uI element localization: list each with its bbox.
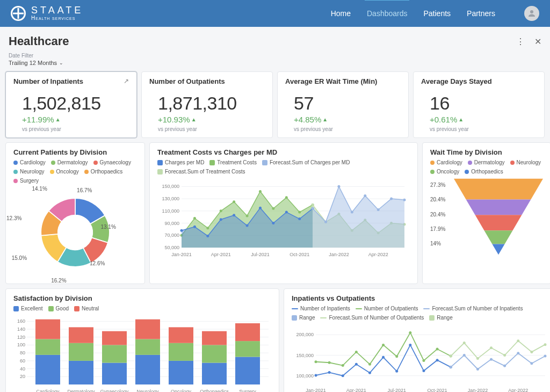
- svg-point-44: [259, 207, 262, 209]
- user-icon: [527, 9, 537, 18]
- svg-point-132: [422, 359, 425, 362]
- expand-icon[interactable]: ↗: [124, 77, 129, 85]
- svg-point-127: [355, 351, 358, 353]
- svg-text:150,000: 150,000: [162, 184, 179, 189]
- card-wait-time-by-division: Wait Time by Division CardiologyDermatol…: [422, 142, 550, 284]
- svg-point-117: [368, 372, 371, 374]
- kpi-delta: +4.85%▲: [285, 115, 401, 124]
- legend: CardiologyDermatologyGynaecologyNeurolog…: [13, 159, 137, 184]
- brand-subtitle: Health services: [31, 16, 83, 21]
- svg-point-47: [298, 217, 301, 220]
- svg-text:Oct-2021: Oct-2021: [290, 252, 309, 257]
- stacked-bar-chart: 16014012010080604020CardiologyDermatolog…: [13, 315, 271, 392]
- svg-text:140: 140: [17, 326, 25, 332]
- svg-text:50,000: 50,000: [164, 245, 179, 250]
- funnel-labels: 27.3%20.4%20.4%17.9%14%: [430, 178, 450, 258]
- date-filter-value: Trailing 12 Months: [9, 60, 57, 66]
- svg-point-46: [285, 211, 288, 214]
- user-avatar[interactable]: [524, 6, 539, 21]
- svg-text:Apr-2022: Apr-2022: [508, 388, 528, 392]
- brand-name: STAATE: [31, 5, 83, 16]
- svg-text:20: 20: [20, 374, 25, 379]
- svg-point-146: [490, 346, 493, 349]
- kpi-title: Number of Inpatients: [13, 77, 83, 85]
- logo: STAATE Health services: [11, 5, 83, 21]
- svg-rect-94: [202, 345, 227, 362]
- svg-point-42: [233, 214, 235, 216]
- kpi-subtitle: vs previous year: [421, 126, 537, 132]
- svg-point-51: [337, 185, 340, 188]
- logo-icon: [11, 6, 26, 21]
- svg-point-142: [544, 355, 547, 358]
- kpi-value: 16: [421, 89, 537, 115]
- svg-text:Apr-2021: Apr-2021: [211, 252, 231, 257]
- date-filter-label: Date Filter: [5, 53, 545, 59]
- svg-text:80: 80: [20, 350, 25, 355]
- svg-point-21: [206, 227, 209, 229]
- svg-point-28: [298, 211, 301, 214]
- svg-text:Jan-2021: Jan-2021: [171, 252, 192, 257]
- svg-text:Cardiology: Cardiology: [36, 389, 60, 392]
- svg-text:Oncology: Oncology: [171, 389, 192, 392]
- svg-point-49: [312, 207, 314, 210]
- svg-point-125: [328, 361, 331, 364]
- nav-dashboards[interactable]: Dashboards: [367, 1, 408, 26]
- svg-point-52: [351, 211, 353, 214]
- svg-point-55: [390, 198, 393, 200]
- svg-point-45: [272, 222, 274, 224]
- svg-rect-87: [135, 320, 160, 339]
- svg-point-126: [342, 364, 344, 367]
- svg-point-140: [517, 352, 519, 354]
- svg-text:Orthopaedics: Orthopaedics: [200, 389, 229, 392]
- svg-point-25: [259, 190, 262, 193]
- card-satisfaction: Satisfaction by Division ExcellentGoodNe…: [5, 288, 279, 392]
- svg-text:Neurology: Neurology: [136, 389, 159, 392]
- svg-point-24: [246, 214, 249, 217]
- nav-home[interactable]: Home: [331, 1, 351, 26]
- kpi-inpatients[interactable]: Number of Inpatients↗ 1,502,815 +11.99%▲…: [5, 71, 137, 138]
- svg-text:Jan-2022: Jan-2022: [329, 252, 349, 257]
- middle-row: Current Patients by Division CardiologyD…: [5, 142, 545, 284]
- svg-point-23: [233, 200, 235, 203]
- svg-rect-79: [69, 327, 93, 343]
- card-costs-vs-charges: Treatment Costs vs Charges per MD Charge…: [149, 142, 418, 284]
- kpi-subtitle: vs previous year: [13, 126, 129, 132]
- svg-rect-97: [235, 357, 260, 384]
- legend: Number of InpatientsNumber of Outpatient…: [292, 306, 549, 321]
- svg-text:40: 40: [20, 366, 25, 372]
- svg-rect-99: [235, 323, 260, 341]
- svg-point-56: [403, 199, 406, 201]
- svg-rect-81: [102, 363, 127, 384]
- page-body: Healthcare ⋮ ✕ Date Filter Trailing 12 M…: [0, 27, 550, 392]
- nav-patients[interactable]: Patients: [423, 1, 451, 26]
- kpi-subtitle: vs previous year: [285, 126, 401, 132]
- kpi-er-wait[interactable]: Average ER Wait Time (Min) 57 +4.85%▲ vs…: [277, 71, 409, 138]
- svg-point-149: [530, 351, 533, 353]
- card-title: Satisfaction by Division: [13, 294, 271, 302]
- svg-point-135: [450, 366, 452, 368]
- svg-text:Apr-2021: Apr-2021: [346, 388, 366, 392]
- svg-rect-74: [35, 339, 60, 354]
- date-filter[interactable]: Trailing 12 Months ⌄: [5, 59, 545, 71]
- kpi-title: Number of Outpatients: [149, 77, 225, 85]
- kpi-outpatients[interactable]: Number of Outpatients 1,871,310 +10.93%▲…: [141, 71, 273, 138]
- svg-point-124: [315, 360, 317, 363]
- svg-point-143: [450, 355, 452, 358]
- kpi-value: 57: [285, 89, 401, 115]
- svg-rect-77: [69, 361, 93, 384]
- svg-point-38: [180, 229, 183, 232]
- more-menu-icon[interactable]: ⋮: [516, 37, 525, 47]
- svg-point-139: [503, 365, 506, 367]
- svg-text:Dermatology: Dermatology: [67, 389, 95, 392]
- kpi-days-stayed[interactable]: Average Days Stayed 16 +0.61%▲ vs previo…: [413, 71, 545, 138]
- svg-text:Jul-2021: Jul-2021: [387, 388, 406, 392]
- legend: Charges per MDTreatment CostsForecast.Su…: [157, 159, 410, 175]
- svg-point-114: [328, 371, 331, 374]
- close-icon[interactable]: ✕: [534, 37, 541, 47]
- card-patients-by-division: Current Patients by Division CardiologyD…: [5, 142, 145, 284]
- svg-point-147: [503, 354, 506, 357]
- card-in-vs-out: Inpatients vs Outpatients Number of Inpa…: [284, 288, 550, 392]
- svg-rect-90: [169, 343, 193, 361]
- svg-text:150,000: 150,000: [296, 353, 314, 358]
- nav-partners[interactable]: Partners: [467, 1, 495, 26]
